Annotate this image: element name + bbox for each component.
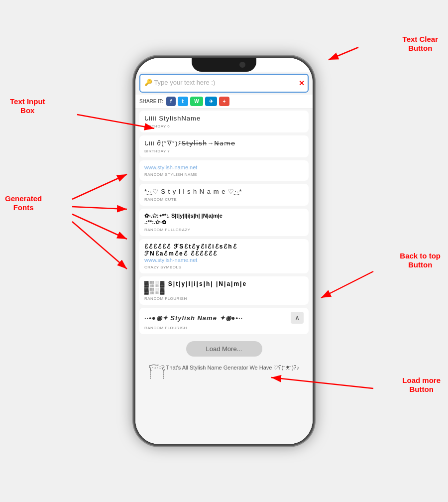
watermark-text: www.stylish-name.net — [144, 164, 304, 170]
svg-line-4 — [72, 207, 127, 209]
font-text-2: ℱNℰaℰmℰeℰ ℰℰℰℰℰℰ — [144, 250, 304, 257]
watermark-text-2: www.stylish-name.net — [144, 257, 304, 263]
font-text: ℰℰℰℰℰℰ ℱSℰtℰyℰlℰiℰsℰhℰ — [144, 243, 304, 250]
load-more-area: Load More... — [139, 337, 309, 361]
share-label: SHARE IT: — [139, 99, 163, 104]
font-text: ▓▒░▓ S|t|y|l|i|s|h| |N|a|m|e — [144, 280, 304, 287]
font-text-2: .:**:.✩◦✿ — [144, 219, 304, 226]
fonts-list[interactable]: ᒐiiii StylishName BIRTHDAY 6 ᒐiii ϑ(°∇°)… — [135, 109, 313, 444]
font-card-4[interactable]: *·͜·♡ S t y l i s h N a m e ♡·͜·* RANDOM… — [139, 184, 309, 206]
svg-line-5 — [72, 214, 127, 239]
phone-screen: 🔑 Type your text here :) ✕ SHARE IT: f 𝕥… — [135, 58, 313, 444]
phone-notch — [192, 58, 256, 72]
load-more-button[interactable]: Load More... — [186, 341, 262, 357]
share-facebook-button[interactable]: f — [166, 97, 176, 106]
font-card-3[interactable]: www.stylish-name.net RANDOM STYLISH NAME — [139, 160, 309, 181]
text-input-area: 🔑 Type your text here :) ✕ — [139, 74, 309, 93]
svg-line-2 — [329, 47, 358, 60]
phone-frame: 🔑 Type your text here :) ✕ SHARE IT: f 𝕥… — [134, 57, 314, 445]
font-label: BIRTHDAY 7 — [144, 149, 304, 153]
font-text: *·͜·♡ S t y l i s h N a m e ♡·͜·* — [144, 188, 304, 195]
annotation-back-to-top: Back to top Button — [400, 251, 441, 269]
font-text: ··•●◉✦ Stylish Name ✦◉●•·· — [144, 314, 243, 322]
svg-line-3 — [72, 174, 127, 199]
font-card-1[interactable]: ᒐiiii StylishName BIRTHDAY 6 — [139, 111, 309, 132]
screen-content: 🔑 Type your text here :) ✕ SHARE IT: f 𝕥… — [135, 72, 313, 444]
back-to-top-row: ··•●◉✦ Stylish Name ✦◉●•·· ∧ — [144, 312, 304, 324]
font-label: BIRTHDAY 6 — [144, 124, 304, 128]
text-input-placeholder: 🔑 Type your text here :) — [144, 79, 215, 86]
font-card-6[interactable]: ℰℰℰℰℰℰ ℱSℰtℰyℰlℰiℰsℰhℰ ℱNℰaℰmℰeℰ ℰℰℰℰℰℰ … — [139, 239, 309, 273]
font-label: RANDOM FLOURISH — [144, 296, 304, 301]
font-text: ᒐiii ϑ(°∇°)۶S̶t̶y̶l̶i̶s̶h̶→N̶a̶m̶e̶ — [144, 139, 304, 147]
footer-text: ʕ̢̣̣̣̣̩̩̩̩·͡˔·ོɁ̡̣̣̣̣̩̩̩̩ That's All Sty… — [139, 361, 309, 375]
share-telegram-button[interactable]: ✈ — [205, 97, 217, 106]
annotation-load-more: Load more Button — [402, 376, 441, 394]
share-bar: SHARE IT: f 𝕥 W ✈ + — [135, 95, 313, 109]
annotation-generated-fonts: Generated Fonts — [5, 194, 42, 212]
font-label: RANDOM CUTE — [144, 197, 304, 202]
font-text: ✿◦.✩:⋆**:. S|t|y|l|i|s|h| |N|a|m|e — [144, 213, 304, 219]
annotation-text-clear: Text Clear Button — [403, 35, 438, 53]
font-text-2: ▓▒░▓ — [144, 287, 304, 294]
font-label: RANDOM FULLCRAZY — [144, 228, 304, 232]
annotation-text-input: Text Input Box — [10, 97, 45, 115]
page-wrapper: 🔑 Type your text here :) ✕ SHARE IT: f 𝕥… — [0, 0, 448, 502]
font-label: RANDOM FLOURISH — [144, 326, 304, 330]
share-more-button[interactable]: + — [219, 97, 230, 106]
svg-line-7 — [321, 271, 373, 298]
clear-button[interactable]: ✕ — [299, 79, 305, 87]
font-card-8[interactable]: ··•●◉✦ Stylish Name ✦◉●•·· ∧ RANDOM FLOU… — [139, 308, 309, 334]
font-card-5[interactable]: ✿◦.✩:⋆**:. S|t|y|l|i|s|h| |N|a|m|e .:**:… — [139, 209, 309, 236]
power-button — [313, 137, 314, 162]
font-card-2[interactable]: ᒐiii ϑ(°∇°)۶S̶t̶y̶l̶i̶s̶h̶→N̶a̶m̶e̶ BIRT… — [139, 135, 309, 157]
font-text: ᒐiiii StylishName — [144, 115, 304, 122]
phone-camera — [239, 62, 245, 68]
share-whatsapp-button[interactable]: W — [190, 97, 203, 106]
share-twitter-button[interactable]: 𝕥 — [178, 97, 188, 106]
font-label: CRAZY SYMBOLS — [144, 265, 304, 269]
back-to-top-button[interactable]: ∧ — [291, 312, 304, 324]
svg-line-6 — [72, 222, 127, 269]
font-card-7[interactable]: ▓▒░▓ S|t|y|l|i|s|h| |N|a|m|e ▓▒░▓ RANDOM… — [139, 276, 309, 305]
font-label: RANDOM STYLISH NAME — [144, 172, 304, 177]
